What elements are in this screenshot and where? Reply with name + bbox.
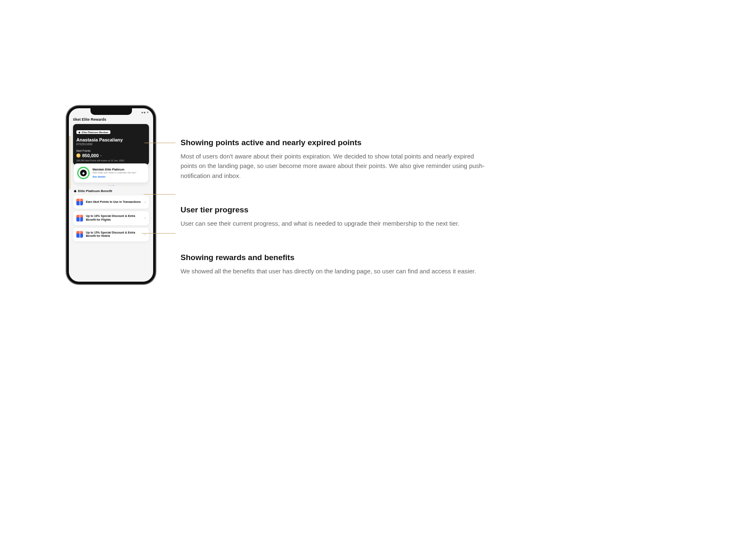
- diamond-icon: ◆: [78, 131, 81, 134]
- annotation-block: Showing rewards and benefits We showed a…: [181, 253, 488, 276]
- coin-icon: [76, 153, 81, 158]
- member-card: ◆ Elite Platinum Member Anastasia Pascal…: [73, 124, 149, 165]
- benefit-label: Up to 15% Special Discount & Extra Benef…: [86, 231, 144, 239]
- connector-line: [144, 194, 176, 195]
- decorative-strip: [66, 136, 71, 190]
- annotation-block: User tier progress User can see their cu…: [181, 205, 488, 228]
- tier-progress-card[interactable]: ◆ Maintain Elite Platinum See what you n…: [74, 163, 148, 183]
- chevron-right-icon: ›: [144, 216, 146, 220]
- benefit-item[interactable]: Up to 15% Special Discount & Extra Benef…: [73, 228, 149, 242]
- benefit-label: Earn tiket Points to Use in Transactions: [86, 200, 144, 204]
- points-expiry-note: 245,000 tiket Points will expire on 21 J…: [76, 159, 146, 162]
- benefit-section-header: ◆ Elite Platinum Benefit: [69, 187, 153, 195]
- points-value: 850,000: [82, 153, 99, 158]
- benefit-item[interactable]: Earn tiket Points to Use in Transactions…: [73, 195, 149, 209]
- gift-icon: [76, 199, 83, 205]
- tier-badge: ◆ Elite Platinum Member: [76, 130, 110, 134]
- annotation-title: Showing points active and nearly expired…: [181, 138, 488, 147]
- annotation-block: Showing points active and nearly expired…: [181, 138, 488, 180]
- points-label: tiket Points: [76, 149, 146, 152]
- phone-mockup: ■ ◆ ▼ tiket Elite Rewards ◆ Elite Platin…: [66, 106, 156, 284]
- app-title: tiket Elite Rewards: [69, 116, 153, 124]
- annotation-title: Showing rewards and benefits: [181, 253, 488, 262]
- user-id: 0722911092: [76, 143, 146, 146]
- annotation-body: Most of users don't aware about their po…: [181, 151, 488, 180]
- benefit-item[interactable]: Up to 10% Special Discount & Extra Benef…: [73, 211, 149, 225]
- annotation-body: User can see their current progress, and…: [181, 219, 488, 228]
- benefit-label: Up to 10% Special Discount & Extra Benef…: [86, 214, 144, 222]
- progress-ring-icon: ◆: [77, 167, 90, 179]
- progress-subtitle: See what you need to maintain this tier!: [93, 171, 136, 174]
- diamond-icon: ◆: [74, 189, 76, 193]
- connector-line: [144, 143, 176, 143]
- points-row[interactable]: 850,000 ›: [76, 153, 146, 158]
- phone-notch: [90, 108, 132, 115]
- connector-line: [142, 233, 176, 234]
- annotation-body: We showed all the benefits that user has…: [181, 266, 488, 276]
- annotation-title: User tier progress: [181, 205, 488, 214]
- progress-cta[interactable]: See details: [93, 175, 136, 178]
- gift-icon: [76, 231, 83, 238]
- chevron-right-icon: ›: [100, 154, 102, 158]
- carousel-dots: • • • •: [69, 184, 153, 187]
- gift-icon: [76, 215, 83, 222]
- progress-title: Maintain Elite Platinum: [93, 168, 136, 171]
- user-name: Anastasia Pascaliany: [76, 137, 146, 142]
- tier-badge-label: Elite Platinum Member: [82, 131, 108, 134]
- status-icons: ■ ◆ ▼: [142, 111, 149, 114]
- benefit-section-title: Elite Platinum Benefit: [78, 189, 112, 193]
- chevron-right-icon: ›: [144, 200, 146, 204]
